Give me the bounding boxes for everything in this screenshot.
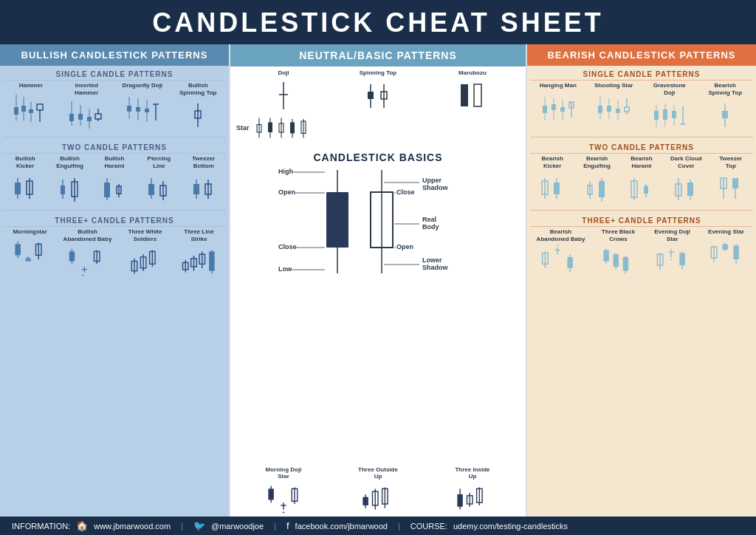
pattern-label: Three Line Strike: [179, 228, 220, 242]
candle-area: [625, 171, 658, 204]
bearish-two-header: TWO CANDLE PATTERNS: [530, 140, 753, 154]
pattern-label: Piercing Line: [142, 155, 175, 169]
bearish-three-section: THREE+ CANDLE PATTERNS Bearish Abandoned…: [527, 212, 756, 282]
pattern-label: Three Black Crows: [598, 228, 639, 242]
svg-text:Upper: Upper: [422, 177, 442, 184]
bullish-column: BULLISH CANDLESTICK PATTERNS SINGLE CAND…: [0, 44, 229, 517]
svg-rect-131: [457, 494, 463, 507]
pattern-label: Morningstar: [13, 228, 47, 236]
svg-rect-174: [644, 186, 648, 194]
neutral-three-section: Morning Doji Star +: [230, 465, 526, 517]
tweezer-bottom-candle: [188, 171, 220, 204]
three-black-crows-candle: [598, 245, 639, 278]
svg-text:+: +: [282, 509, 286, 515]
candle-area: [9, 171, 41, 204]
pattern-hanging-man: Hanging Man: [537, 82, 579, 124]
pattern-marubozu: Marubozu: [452, 69, 493, 112]
svg-rect-9: [69, 114, 74, 121]
svg-text:Open: Open: [396, 243, 413, 251]
svg-rect-89: [290, 122, 295, 133]
bearish-two-section: TWO CANDLE PATTERNS Bearish Kicker: [527, 139, 756, 208]
pattern-three-white-soldiers: Three White Soldiers: [125, 228, 166, 277]
svg-rect-191: [603, 250, 609, 261]
facebook-icon: f: [286, 520, 289, 531]
course-label: COURSE:: [410, 522, 447, 531]
candle-area: [536, 171, 568, 204]
bearish-three-row: Bearish Abandoned Baby +: [530, 227, 753, 279]
svg-rect-22: [145, 109, 149, 112]
sep3: |: [398, 522, 400, 531]
evening-doji-star-candle: +: [652, 245, 693, 278]
candle-area: [593, 91, 634, 124]
sep1: |: [181, 522, 183, 531]
svg-rect-151: [625, 107, 629, 112]
candle-area: [670, 171, 702, 204]
svg-rect-5: [29, 109, 33, 113]
svg-text:Close: Close: [396, 188, 415, 196]
svg-rect-81: [474, 84, 481, 106]
candle-area: [10, 91, 52, 124]
candle-area: [581, 171, 614, 204]
candle-area: [177, 98, 219, 131]
shooting-star-candle: [593, 91, 634, 124]
bearish-kicker-candle: [536, 171, 568, 204]
svg-rect-154: [654, 111, 659, 120]
svg-rect-73: [209, 251, 215, 270]
neutral-top: Doji Spinning Top: [230, 67, 526, 146]
pattern-label: Three Outside Up: [357, 466, 399, 480]
pattern-label: Marubozu: [458, 69, 487, 77]
pattern-label: Bearish Abandoned Baby: [537, 228, 585, 242]
candle-area: [66, 98, 107, 131]
pattern-dragonfly-doji: Dragonfly Doji: [122, 82, 163, 124]
bullish-kicker-candle: [9, 171, 41, 204]
evening-star-candle: [706, 237, 747, 270]
divider: [3, 137, 226, 137]
pattern-inverted-hammer: Inverted Hammer: [66, 82, 107, 131]
candle-area: [10, 237, 51, 270]
basics-diagram: High Open Close Low Close Open: [236, 166, 520, 273]
pattern-label: Shooting Star: [594, 82, 633, 89]
candle-area: [706, 237, 747, 270]
pattern-label: Morning Doji Star: [263, 466, 304, 480]
divider: [530, 210, 753, 211]
bullish-two-header: TWO CANDLE PATTERNS: [3, 140, 226, 154]
bearish-single-section: SINGLE CANDLE PATTERNS Hanging Man: [527, 66, 756, 135]
star-candles: [252, 113, 341, 143]
svg-text:Close: Close: [278, 243, 297, 251]
pattern-bearish-spinning-top: Bearish Spinnig Top: [704, 82, 746, 131]
svg-rect-206: [722, 244, 728, 250]
svg-rect-125: [362, 497, 368, 505]
bearish-header: BEARISH CANDLESTICK PATTERNS: [527, 44, 756, 66]
candle-area: [54, 171, 86, 204]
inverted-hammer-candle: [66, 98, 107, 131]
svg-rect-18: [127, 106, 131, 112]
pattern-label: Tweezer Bottom: [188, 155, 220, 169]
bullish-two-section: TWO CANDLE PATTERNS Bullish Kicker: [0, 139, 229, 208]
svg-rect-202: [679, 253, 685, 265]
bullish-single-section: SINGLE CANDLE PATTERNS Hammer: [0, 66, 229, 135]
svg-rect-32: [61, 185, 65, 194]
candle-area: [357, 482, 399, 515]
main-columns: BULLISH CANDLESTICK PATTERNS SINGLE CAND…: [0, 44, 756, 517]
pattern-three-outside-up: Three Outside Up: [357, 466, 399, 515]
bearish-abandoned-baby-candle: +: [537, 245, 585, 278]
three-outside-up-candle: [357, 482, 399, 515]
three-line-strike-candle: [179, 245, 220, 278]
svg-rect-178: [687, 183, 693, 196]
candle-area: [179, 245, 220, 278]
pattern-label: Bullish Harami: [98, 155, 131, 169]
svg-rect-93: [326, 192, 348, 248]
spinning-top-neutral-candle: [357, 78, 399, 112]
pattern-three-line-strike: Three Line Strike: [179, 228, 220, 277]
svg-rect-208: [733, 245, 739, 259]
pattern-bearish-harami: Bearish Harami: [625, 155, 658, 204]
svg-rect-149: [616, 109, 620, 113]
svg-text:+: +: [556, 245, 560, 248]
tweezer-top-candle: [715, 171, 747, 204]
pattern-bearish-abandoned-baby: Bearish Abandoned Baby +: [537, 228, 585, 277]
pattern-label: Dragonfly Doji: [122, 82, 162, 89]
candle-area: [357, 78, 399, 112]
pattern-label: Bullish Kicker: [9, 155, 41, 169]
pattern-piercing-line: Piercing Line: [142, 155, 175, 204]
dragonfly-doji-candle: [122, 91, 163, 124]
